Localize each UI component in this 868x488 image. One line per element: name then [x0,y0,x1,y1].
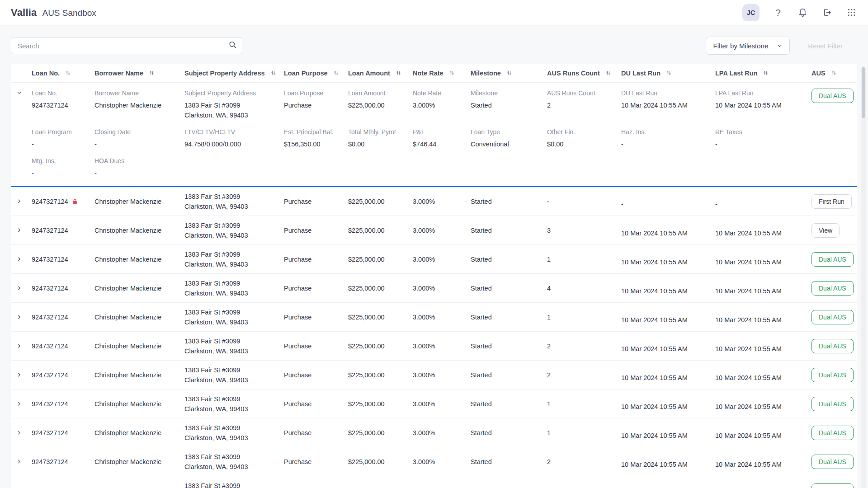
borrower-name: Christopher Mackenzie [94,400,184,408]
table-row[interactable]: 9247327124 Christopher Mackenzie 1383 Fa… [11,447,857,476]
table-row[interactable]: 9247327124 Christopher Mackenzie 1383 Fa… [11,361,857,389]
chevron-right-icon[interactable] [16,430,22,436]
aus-action-button[interactable]: Dual AUS [811,426,854,440]
column-header-purpose: Loan Purpose [284,70,348,77]
sort-icon[interactable] [65,70,71,76]
milestone: Started [471,343,547,350]
help-icon[interactable]: ? [772,7,784,19]
aus-action-button[interactable]: Dual AUS [811,339,854,353]
aus-action-button[interactable]: Dual AUS [811,397,854,411]
aus-action-button[interactable]: Dual AUS [811,310,854,324]
chevron-down-icon[interactable] [16,90,22,96]
table-header-row: Loan No. Borrower Name Subject Property … [11,64,857,83]
chevron-right-icon[interactable] [16,256,22,262]
column-header-runs-count: AUS Runs Count [547,70,621,77]
search-input[interactable] [11,37,242,54]
chevron-right-icon[interactable] [16,459,22,465]
sort-icon[interactable] [605,70,611,76]
column-header-borrower: Borrower Name [94,70,184,77]
expanded-purpose: Loan PurposePurchase [284,89,348,110]
sort-icon[interactable] [763,70,769,76]
loan-number: 9247327124 [32,198,68,205]
sort-icon[interactable] [666,70,672,76]
borrower-name: Christopher Mackenzie [94,227,184,234]
table-row[interactable]: 9247327124 Christopher Mackenzie 1383 Fa… [11,476,857,488]
lpa-last-run: 10 Mar 2024 10:55 AM [715,230,811,237]
loans-table: Loan No. Borrower Name Subject Property … [11,64,857,488]
sort-icon[interactable] [831,70,837,76]
du-last-run: - [621,201,715,208]
table-row[interactable]: 9247327124 Christopher Mackenzie 1383 Fa… [11,187,857,216]
detail-hoa-dues: HOA Dues- [94,156,184,178]
property-address: 1383 Fair St #3099Clarkston, WA, 99403 [184,365,284,385]
loan-number: 9247327124 [32,285,68,292]
loan-purpose: Purchase [284,256,348,263]
milestone: Started [471,227,547,234]
aus-action-button[interactable]: Dual AUS [811,281,854,296]
chevron-right-icon[interactable] [16,314,22,320]
loan-amount: $225,000.00 [348,343,413,350]
table-row[interactable]: 9247327124 Christopher Mackenzie 1383 Fa… [11,332,857,361]
loan-purpose: Purchase [284,198,348,205]
chevron-right-icon[interactable] [16,401,22,407]
lpa-last-run: 10 Mar 2024 10:55 AM [715,403,811,410]
sort-icon[interactable] [149,70,155,76]
scrollbar-thumb[interactable] [862,67,865,118]
expanded-runs-count: AUS Runs Count2 [547,89,621,110]
filter-toolbar: Filter by Milestone Reset Filter [0,37,868,54]
sort-icon[interactable] [396,70,401,76]
sort-icon[interactable] [449,70,455,76]
table-row[interactable]: 9247327124 Christopher Mackenzie 1383 Fa… [11,274,857,303]
du-last-run: 10 Mar 2024 10:55 AM [621,432,715,439]
note-rate: 3.000% [413,285,471,292]
lpa-last-run: 10 Mar 2024 10:55 AM [715,432,811,439]
table-row[interactable]: 9247327124 Christopher Mackenzie 1383 Fa… [11,418,857,447]
aus-action-button[interactable]: Dual AUS [811,455,854,469]
loan-purpose: Purchase [284,371,348,379]
apps-grid-icon[interactable] [845,7,857,19]
table-row[interactable]: 9247327124 Christopher Mackenzie 1383 Fa… [11,216,857,245]
search-box [11,37,242,54]
detail-total-mthly: Total Mthly. Pymt$0.00 [348,127,413,149]
milestone: Started [471,256,547,263]
sort-icon[interactable] [333,70,339,76]
dual-aus-button[interactable]: Dual AUS [811,89,854,103]
loan-amount: $225,000.00 [348,198,413,205]
chevron-right-icon[interactable] [16,285,22,291]
loan-purpose: Purchase [284,429,348,436]
aus-runs-count: 1 [547,256,621,263]
chevron-right-icon[interactable] [16,343,22,349]
expanded-loan-row: Loan No.9247327124 Borrower NameChristop… [11,83,857,187]
chevron-right-icon[interactable] [16,198,22,204]
aus-action-button[interactable]: Dual AUS [811,483,854,488]
aus-action-button[interactable]: Dual AUS [811,252,854,267]
table-body: 9247327124 Christopher Mackenzie 1383 Fa… [11,187,857,488]
column-header-aus: AUS [811,70,857,77]
notifications-bell-icon[interactable] [797,7,808,19]
vertical-scrollbar[interactable] [861,66,866,488]
sort-icon[interactable] [506,70,512,76]
user-avatar[interactable]: JC [742,4,760,21]
table-row[interactable]: 9247327124 Christopher Mackenzie 1383 Fa… [11,245,857,274]
aus-action-button[interactable]: First Run [811,194,852,209]
table-row[interactable]: 9247327124 Christopher Mackenzie 1383 Fa… [11,389,857,418]
detail-est-principal: Est. Principal Bal.$156,350.00 [284,127,348,149]
borrower-name: Christopher Mackenzie [94,343,184,350]
expanded-lpa-last-run: LPA Last Run10 Mar 2024 10:55 AM [715,89,811,110]
chevron-right-icon[interactable] [16,372,22,378]
detail-re-taxes: RE Taxes- [715,127,811,149]
column-header-note-rate: Note Rate [413,70,471,77]
detail-loan-type: Loan TypeConventional [471,127,547,149]
reset-filter-button[interactable]: Reset Filter [808,42,843,50]
note-rate: 3.000% [413,371,471,379]
table-row[interactable]: 9247327124 Christopher Mackenzie 1383 Fa… [11,303,857,332]
borrower-name: Christopher Mackenzie [94,371,184,379]
sign-out-icon[interactable] [821,7,833,19]
aus-action-button[interactable]: Dual AUS [811,368,854,382]
milestone: Started [471,458,547,465]
sort-icon[interactable] [270,70,276,76]
chevron-right-icon[interactable] [16,227,22,233]
milestone-filter-dropdown[interactable]: Filter by Milestone [706,37,790,55]
note-rate: 3.000% [413,400,471,408]
aus-action-button[interactable]: View [811,223,840,238]
